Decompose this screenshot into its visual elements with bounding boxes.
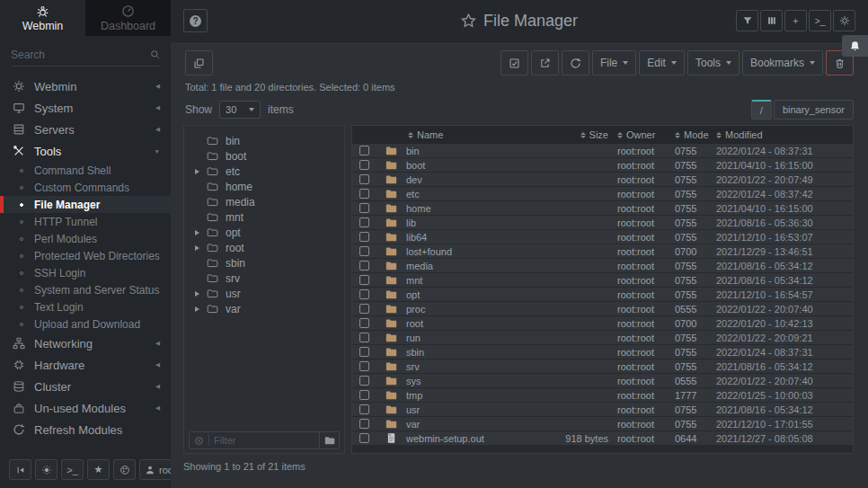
sidebar-item[interactable]: Servers ◀ xyxy=(0,119,171,140)
tree-item[interactable]: sbin xyxy=(184,255,344,271)
table-row[interactable]: var root:root 0755 2021/12/10 - 17:01:55 xyxy=(352,417,853,431)
sort-icon[interactable] xyxy=(617,132,623,138)
toolbar-menu-button[interactable]: Edit xyxy=(639,50,685,75)
sidebar-item[interactable]: System and Server Status xyxy=(0,281,171,298)
sidebar-item[interactable]: Upload and Download xyxy=(0,315,171,333)
file-name[interactable]: lost+found xyxy=(406,246,551,257)
table-row[interactable]: lost+found root:root 0700 2021/12/29 - 1… xyxy=(352,244,853,259)
row-checkbox[interactable] xyxy=(359,376,369,386)
sidebar-item[interactable]: Perl Modules xyxy=(0,230,171,247)
row-checkbox[interactable] xyxy=(359,390,369,400)
row-checkbox[interactable] xyxy=(359,318,369,328)
file-name[interactable]: run xyxy=(406,333,551,343)
collapse-sidebar-button[interactable] xyxy=(9,459,31,480)
tree-item[interactable]: opt xyxy=(184,225,344,240)
column-header[interactable]: Mode xyxy=(675,129,716,140)
row-checkbox[interactable] xyxy=(359,261,369,271)
sort-icon[interactable] xyxy=(716,132,722,138)
sort-icon[interactable] xyxy=(408,132,413,138)
settings-button[interactable] xyxy=(833,10,855,31)
add-button[interactable]: + xyxy=(784,10,807,31)
sidebar-item[interactable]: File Manager xyxy=(0,196,171,213)
file-name[interactable]: mnt xyxy=(406,275,551,286)
table-row[interactable]: lib64 root:root 0755 2021/12/10 - 16:53:… xyxy=(352,230,853,244)
table-row[interactable]: sbin root:root 0755 2022/01/24 - 08:37:3… xyxy=(352,345,853,359)
sidebar-item[interactable]: HTTP Tunnel xyxy=(0,213,171,230)
expand-caret-icon[interactable] xyxy=(195,230,199,235)
file-name[interactable]: etc xyxy=(406,189,551,200)
table-row[interactable]: srv root:root 0755 2021/08/16 - 05:34:12 xyxy=(352,359,853,374)
expand-caret-icon[interactable] xyxy=(195,169,199,174)
sidebar-item[interactable]: SSH Login xyxy=(0,264,171,281)
table-row[interactable]: lib root:root 0755 2021/08/16 - 05:36:30 xyxy=(352,216,853,230)
table-row[interactable]: run root:root 0755 2022/01/22 - 20:09:21 xyxy=(352,331,853,345)
toolbar-menu-button[interactable]: Bookmarks xyxy=(742,50,823,75)
breadcrumb-root[interactable]: / xyxy=(751,100,772,120)
file-name[interactable]: dev xyxy=(406,174,551,185)
tab-webmin[interactable]: Webmin xyxy=(0,0,85,36)
theme-toggle-button[interactable] xyxy=(35,459,58,480)
file-name[interactable]: sbin xyxy=(406,347,551,358)
table-row[interactable]: dev root:root 0755 2022/01/22 - 20:07:49 xyxy=(352,173,853,187)
row-checkbox[interactable] xyxy=(359,361,369,371)
column-header[interactable]: Name xyxy=(408,129,551,140)
table-row[interactable]: media root:root 0755 2021/08/16 - 05:34:… xyxy=(352,259,853,273)
sidebar-item[interactable]: Webmin ◀ xyxy=(0,75,171,97)
row-checkbox[interactable] xyxy=(359,174,369,184)
sidebar-item[interactable]: Custom Commands xyxy=(0,179,171,196)
file-name[interactable]: webmin-setup.out xyxy=(406,433,551,444)
sidebar-item[interactable]: Networking ◀ xyxy=(0,333,171,354)
row-checkbox[interactable] xyxy=(359,203,369,213)
tab-dashboard[interactable]: Dashboard xyxy=(85,0,171,36)
table-row[interactable]: root root:root 0700 2022/01/20 - 10:42:1… xyxy=(352,316,853,331)
column-header[interactable]: Owner xyxy=(617,129,675,140)
table-row[interactable]: webmin-setup.out 918 bytes root:root 064… xyxy=(352,431,853,446)
terminal-button[interactable]: >_ xyxy=(809,10,831,31)
toolbar-menu-button[interactable]: File xyxy=(592,50,636,75)
row-checkbox[interactable] xyxy=(359,160,369,170)
file-name[interactable]: media xyxy=(406,261,551,271)
sidebar-item[interactable]: Hardware ◀ xyxy=(0,354,171,376)
theme-palette-button[interactable] xyxy=(113,459,136,480)
table-row[interactable]: home root:root 0755 2021/04/10 - 16:15:0… xyxy=(352,201,853,216)
row-checkbox[interactable] xyxy=(359,433,369,443)
tree-item[interactable]: bin xyxy=(184,133,344,148)
row-checkbox[interactable] xyxy=(359,289,369,299)
column-header[interactable]: Size xyxy=(551,129,617,140)
file-name[interactable]: proc xyxy=(406,304,551,315)
refresh-button[interactable] xyxy=(562,50,589,75)
tree-item[interactable]: usr xyxy=(184,286,344,301)
sidebar-item[interactable]: Un-used Modules ◀ xyxy=(0,397,171,419)
browse-folder-button[interactable] xyxy=(319,432,339,448)
sidebar-item[interactable]: Command Shell xyxy=(0,162,171,179)
column-header[interactable]: Modified xyxy=(716,129,847,140)
table-row[interactable]: bin root:root 0755 2022/01/24 - 08:37:31 xyxy=(352,144,853,158)
row-checkbox[interactable] xyxy=(359,347,369,357)
paste-export-button[interactable] xyxy=(531,50,559,75)
tree-item[interactable]: media xyxy=(184,194,344,209)
file-name[interactable]: opt xyxy=(406,289,551,300)
row-checkbox[interactable] xyxy=(359,419,369,429)
sort-icon[interactable] xyxy=(675,132,680,138)
clear-filter-icon[interactable] xyxy=(194,436,204,446)
sort-icon[interactable] xyxy=(580,132,586,138)
tree-item[interactable]: var xyxy=(184,301,344,316)
table-row[interactable]: sys root:root 0555 2022/01/22 - 20:07:40 xyxy=(352,374,853,388)
row-checkbox[interactable] xyxy=(359,217,369,227)
notifications-button[interactable] xyxy=(842,35,868,57)
sidebar-item[interactable]: Tools ▼ xyxy=(0,140,171,162)
sidebar-item[interactable]: Text Login xyxy=(0,298,171,315)
row-checkbox[interactable] xyxy=(359,146,369,155)
table-row[interactable]: boot root:root 0755 2021/04/10 - 16:15:0… xyxy=(352,158,853,173)
file-name[interactable]: root xyxy=(406,318,551,329)
favorites-button[interactable]: ★ xyxy=(87,459,110,480)
file-name[interactable]: lib xyxy=(406,217,551,228)
tree-item[interactable]: home xyxy=(184,179,344,194)
row-checkbox[interactable] xyxy=(359,333,369,342)
breadcrumb-current[interactable]: binary_sensor xyxy=(774,100,854,120)
tree-item[interactable]: etc xyxy=(184,164,344,179)
help-button[interactable]: ? xyxy=(183,9,208,32)
tree-item[interactable]: boot xyxy=(184,148,344,164)
file-name[interactable]: sys xyxy=(406,376,551,386)
row-checkbox[interactable] xyxy=(359,246,369,256)
